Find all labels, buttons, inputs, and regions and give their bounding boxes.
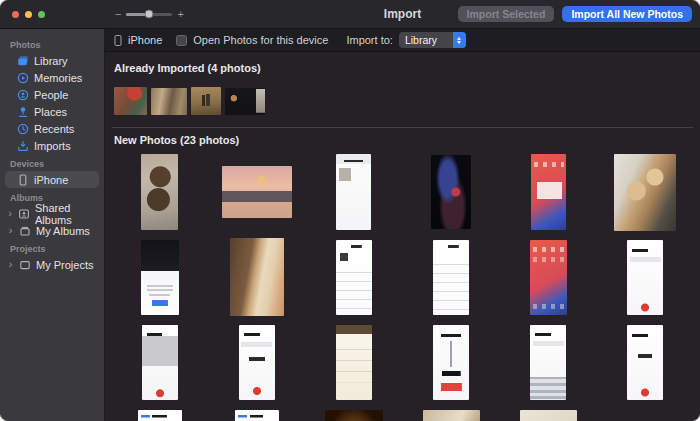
zoom-out-icon[interactable]: − [115, 8, 121, 20]
thumbnail-zoom-slider: − + [115, 8, 184, 20]
device-name: iPhone [128, 34, 162, 46]
chevron-right-icon[interactable]: › [7, 208, 13, 219]
sidebar-item-label: Imports [34, 140, 71, 152]
wedding-photo[interactable] [191, 87, 221, 115]
traffic-lights [12, 0, 45, 28]
people-icon [17, 89, 29, 101]
chevron-right-icon[interactable]: › [7, 259, 14, 270]
minimize-button[interactable] [25, 11, 32, 18]
zoom-button[interactable] [38, 11, 45, 18]
already-imported-header: Already Imported (4 photos) [111, 52, 694, 74]
sidebar-item-label: iPhone [34, 174, 68, 186]
project-icon [19, 259, 31, 271]
sidebar-item-label: My Projects [36, 259, 93, 271]
sidebar: Photos Library Memories People Places Re… [0, 29, 105, 421]
voice-memos-screenshot-2[interactable] [627, 325, 663, 400]
recently-deleted-screenshot[interactable] [336, 154, 371, 230]
sunset-painting-photo[interactable] [222, 166, 292, 218]
round-object-photo[interactable] [520, 410, 577, 421]
window-title: Import [384, 7, 421, 21]
pastry-bags-photo[interactable] [614, 154, 676, 231]
memories-icon [17, 72, 29, 84]
sidebar-item-my-projects[interactable]: › My Projects [5, 256, 99, 273]
night-neon-photo[interactable] [431, 155, 471, 229]
book-scroll-photo[interactable] [230, 238, 284, 316]
voice-memos-screenshot[interactable] [627, 240, 663, 315]
open-photos-checkbox[interactable] [176, 35, 187, 46]
sidebar-section-header: Devices [0, 154, 104, 171]
purchase-list-screenshot-2[interactable] [433, 240, 469, 315]
sidebar-item-iphone[interactable]: iPhone [5, 171, 99, 188]
sidebar-section-header: Projects [0, 239, 104, 256]
chevron-right-icon[interactable]: › [7, 225, 14, 236]
voice-memos-player-screenshot[interactable] [142, 325, 178, 400]
voice-memos-keyboard-screenshot[interactable] [530, 325, 566, 400]
import-content-area: Already Imported (4 photos) New Photos (… [105, 52, 700, 421]
import-to-label: Import to: [346, 34, 392, 46]
close-button[interactable] [12, 11, 19, 18]
toolbar: − + Import Import Selected Import All Ne… [105, 0, 700, 28]
iphone-icon [17, 174, 29, 186]
section-divider [112, 127, 693, 128]
import-to-select[interactable]: Library [399, 32, 466, 48]
slider-track[interactable] [126, 13, 172, 16]
checkbox-label: Open Photos for this device [193, 34, 328, 46]
sidebar-item-label: Memories [34, 72, 82, 84]
sidebar-item-shared-albums[interactable]: › Shared Albums [5, 205, 99, 222]
sidebar-item-label: Places [34, 106, 67, 118]
new-photos-grid [111, 152, 694, 421]
voice-memos-playback-screenshot[interactable] [239, 325, 275, 400]
shared-album-icon [18, 208, 30, 220]
import-all-new-photos-button[interactable]: Import All New Photos [562, 6, 692, 22]
sidebar-item-recents[interactable]: Recents [5, 120, 99, 137]
sidebar-item-label: Library [34, 55, 68, 67]
album-icon [19, 225, 31, 237]
places-icon [17, 106, 29, 118]
new-recording-screenshot[interactable] [433, 325, 469, 400]
settings-sounds-screenshot[interactable] [138, 410, 182, 421]
sidebar-item-my-albums[interactable]: › My Albums [5, 222, 99, 239]
settings-ringtone-screenshot[interactable] [235, 410, 279, 421]
photos-import-window: − + Import Import Selected Import All Ne… [0, 0, 700, 421]
iphone-icon [113, 34, 123, 47]
import-selected-button[interactable]: Import Selected [458, 6, 555, 22]
file-options-screenshot[interactable] [336, 325, 372, 400]
umbrella-photo[interactable] [114, 87, 147, 115]
sidebar-item-label: Recents [34, 123, 74, 135]
video-editor-screenshot[interactable] [225, 88, 265, 115]
sidebar-item-label: Shared Albums [35, 202, 99, 226]
picnic-photo[interactable] [151, 88, 187, 115]
bedtime-clock-screenshot[interactable] [325, 410, 383, 421]
sidebar-item-imports[interactable]: Imports [5, 137, 99, 154]
new-photos-header: New Photos (23 photos) [111, 134, 694, 146]
recents-icon [17, 123, 29, 135]
sidebar-item-memories[interactable]: Memories [5, 69, 99, 86]
imports-icon [17, 140, 29, 152]
sidebar-item-library[interactable]: Library [5, 52, 99, 69]
library-icon [17, 55, 29, 67]
device-bar: iPhone Open Photos for this device Impor… [105, 29, 700, 52]
sidebar-item-label: My Albums [36, 225, 90, 237]
purchase-list-screenshot[interactable] [336, 240, 372, 315]
homescreen-screenshot[interactable] [530, 240, 567, 315]
interior-photo[interactable] [423, 410, 480, 421]
sidebar-item-people[interactable]: People [5, 86, 99, 103]
zoom-in-icon[interactable]: + [177, 8, 183, 20]
sidebar-section-header: Photos [0, 35, 104, 52]
titlebar: − + Import Import Selected Import All Ne… [0, 0, 700, 29]
homescreen-dialog-screenshot[interactable] [531, 154, 566, 230]
appstore-dialog-screenshot[interactable] [141, 240, 179, 315]
cookies-photo[interactable] [141, 154, 178, 230]
sidebar-item-places[interactable]: Places [5, 103, 99, 120]
import-to-value: Library [399, 34, 453, 46]
sidebar-item-label: People [34, 89, 68, 101]
select-stepper-icon [453, 32, 466, 48]
already-imported-row [114, 86, 694, 116]
slider-knob[interactable] [145, 10, 154, 19]
